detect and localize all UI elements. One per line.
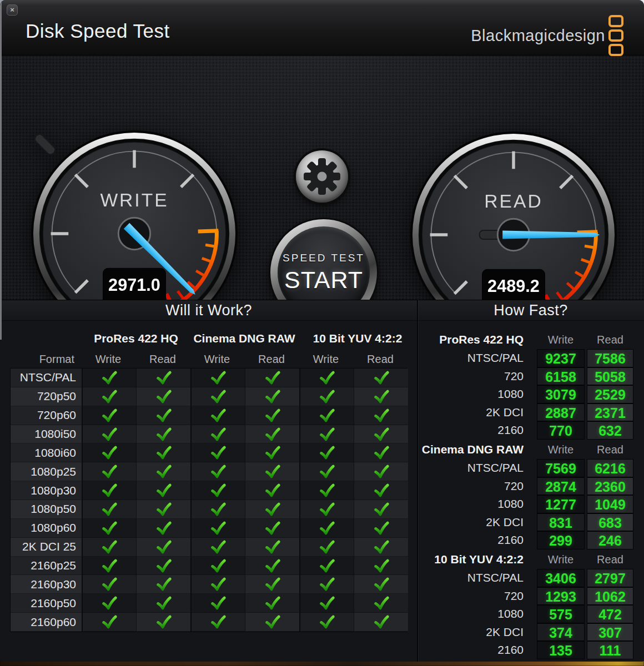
- write-value-cell: 299: [537, 531, 585, 549]
- write-check-cell: [82, 500, 136, 519]
- write-value-cell: 7569: [537, 459, 585, 477]
- read-check-cell: [245, 462, 299, 481]
- check-icon: [101, 502, 118, 517]
- write-check-cell: [299, 462, 354, 481]
- format-label: 2160p25: [11, 557, 82, 576]
- check-icon: [210, 464, 227, 479]
- read-column-header: Read: [135, 351, 190, 367]
- write-check-cell: [82, 519, 136, 538]
- read-check-cell: [354, 538, 408, 557]
- gauge-label: READ: [484, 191, 542, 211]
- check-icon: [319, 445, 335, 460]
- format-label: 1080p30: [11, 481, 82, 500]
- write-check-cell: [299, 613, 354, 632]
- write-check-cell: [82, 557, 136, 576]
- format-label: 1080i60: [11, 443, 82, 462]
- screen: × Disk Speed Test Blackmagicdesign: [0, 0, 644, 666]
- check-icon: [264, 370, 281, 385]
- codec-name: ProRes 422 HQ: [418, 333, 528, 346]
- write-value-cell: 1293: [537, 587, 585, 606]
- write-value-cell: 1277: [537, 495, 585, 513]
- how-fast-row: 2160770632: [418, 421, 644, 440]
- write-check-cell: [190, 594, 245, 613]
- read-check-cell: [354, 500, 408, 519]
- check-icon: [264, 408, 281, 423]
- check-icon: [373, 483, 390, 498]
- check-icon: [319, 408, 335, 423]
- codec-name: 10 Bit YUV 4:2:2: [418, 553, 528, 566]
- write-check-cell: [190, 500, 245, 519]
- write-check-cell: [82, 481, 136, 500]
- write-check-cell: [82, 575, 136, 594]
- check-icon: [101, 445, 118, 460]
- write-check-cell: [190, 613, 245, 632]
- read-value-cell: 6216: [587, 459, 633, 477]
- write-value-cell: 575: [537, 605, 585, 623]
- how-fast-row: 2160299246: [418, 531, 644, 549]
- read-value-cell: 632: [587, 421, 633, 440]
- check-icon: [101, 389, 118, 404]
- check-icon: [373, 427, 390, 442]
- read-check-cell: [136, 462, 190, 481]
- check-icon: [319, 558, 335, 573]
- how-fast-row: 72012931062: [418, 587, 644, 606]
- format-label: 1080: [418, 497, 528, 511]
- read-value-cell: 2797: [587, 569, 633, 587]
- read-check-cell: [136, 481, 190, 500]
- check-icon: [101, 539, 118, 554]
- check-icon: [373, 596, 390, 610]
- check-icon: [210, 577, 227, 592]
- read-check-cell: [136, 443, 190, 462]
- will-it-work-grid: NTSC/PAL720p50720p601080i501080i601080p2…: [10, 368, 407, 632]
- format-label: 2160p30: [11, 575, 82, 594]
- read-check-cell: [354, 443, 408, 462]
- write-check-cell: [82, 406, 136, 425]
- check-icon: [319, 614, 335, 629]
- write-check-cell: [190, 425, 245, 444]
- format-label: NTSC/PAL: [418, 571, 528, 584]
- codec-group-header: ProRes 422 HQ: [94, 332, 178, 345]
- format-label: NTSC/PAL: [11, 369, 82, 387]
- how-fast-row: 108012771049: [418, 495, 644, 513]
- write-value-cell: 3406: [537, 569, 585, 587]
- format-label: 720: [418, 480, 528, 493]
- read-check-cell: [136, 613, 190, 632]
- write-check-cell: [82, 425, 136, 444]
- brand-logo-icon: [608, 15, 623, 56]
- write-check-cell: [82, 594, 136, 613]
- how-fast-row: NTSC/PAL92377586: [418, 349, 644, 367]
- read-check-cell: [245, 406, 299, 425]
- app-title: Disk Speed Test: [26, 20, 170, 42]
- how-fast-row: 108030792529: [418, 385, 644, 403]
- read-check-cell: [136, 406, 190, 425]
- write-check-cell: [299, 369, 354, 387]
- read-check-cell: [136, 369, 190, 387]
- window-edge: [0, 0, 2, 340]
- write-check-cell: [190, 575, 245, 594]
- read-check-cell: [136, 557, 190, 576]
- settings-button[interactable]: [296, 150, 348, 203]
- codec-group-header: Cinema DNG RAW: [193, 332, 295, 345]
- format-label: 1080: [418, 607, 528, 620]
- how-fast-row: 2K DCI831683: [418, 513, 644, 532]
- check-icon: [210, 596, 227, 610]
- title-bar: × Disk Speed Test Blackmagicdesign: [0, 0, 644, 56]
- write-check-cell: [82, 369, 136, 387]
- check-icon: [155, 577, 172, 592]
- check-icon: [155, 539, 172, 554]
- check-icon: [155, 614, 172, 629]
- check-icon: [264, 389, 281, 404]
- write-check-cell: [190, 519, 245, 538]
- write-check-cell: [190, 481, 245, 500]
- read-column-header: Read: [244, 351, 299, 367]
- how-fast-row: NTSC/PAL75696216: [418, 459, 644, 477]
- read-column-header: Read: [587, 443, 633, 456]
- read-check-cell: [354, 594, 408, 613]
- write-check-cell: [299, 406, 354, 425]
- write-check-cell: [299, 575, 354, 594]
- write-value-cell: 3079: [537, 385, 585, 403]
- write-check-cell: [299, 425, 354, 444]
- section-header-strip: Will it Work? How Fast?: [0, 300, 644, 321]
- write-check-cell: [82, 538, 136, 557]
- close-button[interactable]: ×: [7, 4, 18, 16]
